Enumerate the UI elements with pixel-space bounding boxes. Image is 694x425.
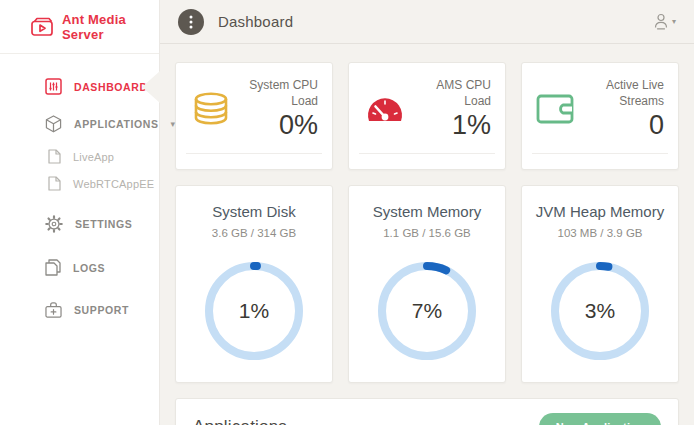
applications-section-title: Applications: [193, 417, 287, 425]
sidebar-item-label: DASHBOARD: [74, 81, 148, 93]
sidebar: Ant Media Server DASHBOARD: [0, 0, 160, 425]
sidebar-item-settings[interactable]: SETTINGS: [0, 205, 159, 243]
donut-chart: 1%: [202, 259, 306, 363]
gauge-title: System Memory: [349, 203, 505, 220]
menu-kebab-button[interactable]: [178, 9, 204, 35]
gauge-cards-row: System Disk 3.6 GB / 314 GB 1% System Me…: [175, 185, 679, 383]
gauge-subtitle: 103 MB / 3.9 GB: [522, 227, 678, 239]
ant-media-logo-icon: [30, 17, 54, 37]
sidebar-item-applications[interactable]: APPLICATIONS ▾: [0, 105, 159, 143]
app-title: Ant Media Server: [62, 12, 159, 42]
logs-icon: [45, 259, 61, 276]
new-application-button[interactable]: New Application: [539, 413, 661, 425]
gauge-percent: 1%: [202, 259, 306, 363]
sidebar-item-support[interactable]: SUPPORT: [0, 292, 159, 328]
gauge-card-system-disk: System Disk 3.6 GB / 314 GB 1%: [175, 185, 333, 383]
dashboard-content: System CPU Load 0%: [160, 44, 694, 425]
sidebar-item-webrtcappee[interactable]: WebRTCAppEE: [0, 170, 159, 197]
chevron-down-icon[interactable]: ▾: [171, 119, 176, 129]
sidebar-item-liveapp[interactable]: LiveApp: [0, 143, 159, 170]
user-icon: [653, 13, 669, 30]
stat-card-system-cpu-load: System CPU Load 0%: [175, 62, 333, 170]
gauge-percent: 7%: [375, 259, 479, 363]
applications-section: Applications New Application: [175, 398, 679, 425]
stat-value: 1%: [407, 110, 491, 141]
database-icon: [190, 92, 232, 126]
sidebar-item-label: SUPPORT: [74, 304, 129, 316]
chevron-down-icon: ▾: [672, 17, 676, 26]
gauge-subtitle: 3.6 GB / 314 GB: [176, 227, 332, 239]
stat-value: 0%: [232, 110, 318, 141]
sidebar-item-label: LiveApp: [73, 151, 114, 163]
stat-card-active-live-streams: Active Live Streams 0: [521, 62, 679, 170]
stat-cards-row: System CPU Load 0%: [175, 62, 679, 170]
divider: [186, 153, 322, 154]
sidebar-item-label: LOGS: [73, 262, 105, 274]
settings-gear-icon: [45, 215, 63, 233]
gauge-card-jvm-heap-memory: JVM Heap Memory 103 MB / 3.9 GB 3%: [521, 185, 679, 383]
stat-label: System CPU Load: [232, 77, 318, 109]
stat-label: Active Live Streams: [576, 77, 664, 109]
sidebar-item-label: SETTINGS: [75, 218, 132, 230]
main-area: Dashboard ▾: [160, 0, 694, 425]
support-case-icon: [45, 302, 62, 318]
page-title: Dashboard: [218, 13, 293, 30]
sidebar-item-dashboard[interactable]: DASHBOARD: [0, 68, 159, 105]
gauge-subtitle: 1.1 GB / 15.6 GB: [349, 227, 505, 239]
gauge-icon: [363, 93, 407, 125]
donut-chart: 7%: [375, 259, 479, 363]
divider: [359, 153, 495, 154]
stat-value: 0: [576, 110, 664, 141]
file-icon: [48, 176, 61, 191]
active-item-notch: [142, 71, 160, 103]
sidebar-item-logs[interactable]: LOGS: [0, 249, 159, 286]
divider: [532, 153, 668, 154]
sidebar-nav: DASHBOARD APPLICATIONS ▾ LiveApp: [0, 54, 159, 328]
dashboard-icon: [45, 78, 62, 95]
gauge-card-system-memory: System Memory 1.1 GB / 15.6 GB 7%: [348, 185, 506, 383]
top-bar: Dashboard ▾: [160, 0, 694, 44]
sidebar-item-label: WebRTCAppEE: [73, 178, 154, 190]
stat-label: AMS CPU Load: [407, 77, 491, 109]
gauge-title: System Disk: [176, 203, 332, 220]
applications-icon: [45, 115, 62, 133]
donut-chart: 3%: [548, 259, 652, 363]
gauge-title: JVM Heap Memory: [522, 203, 678, 220]
stat-card-ams-cpu-load: AMS CPU Load 1%: [348, 62, 506, 170]
wallet-icon: [536, 94, 576, 124]
app-logo[interactable]: Ant Media Server: [0, 0, 159, 54]
file-icon: [48, 149, 61, 164]
user-menu-button[interactable]: ▾: [653, 13, 676, 30]
sidebar-item-label: APPLICATIONS: [74, 118, 159, 130]
gauge-percent: 3%: [548, 259, 652, 363]
